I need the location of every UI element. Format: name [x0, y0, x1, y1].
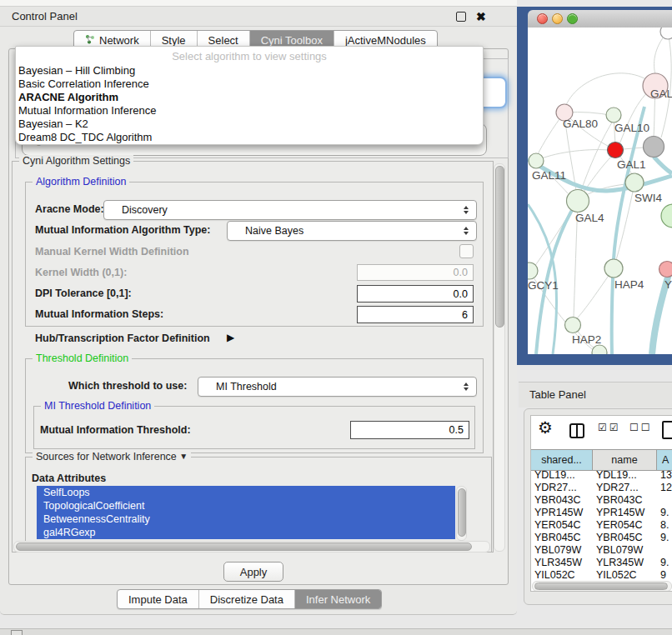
sources-title: Sources for Network Inference ▼	[33, 451, 191, 462]
cell: YPR145W	[593, 507, 657, 519]
node-swi4[interactable]	[625, 173, 644, 192]
list-scrollbar[interactable]	[456, 486, 467, 541]
sources-expand-icon[interactable]: ▼	[179, 452, 188, 461]
top-strip	[0, 0, 517, 7]
dropdown-item[interactable]: Dream8 DC_TDC Algorithm	[18, 131, 477, 144]
aracne-mode-label: Aracne Mode:	[35, 202, 104, 216]
cell: 9.	[657, 532, 672, 544]
mi-type-label: Mutual Information Algorithm Type:	[35, 223, 210, 237]
table-row[interactable]: YBR043CYBR043C	[531, 494, 672, 507]
dropdown-item[interactable]: Mutual Information Inference	[18, 104, 477, 118]
column-header-name[interactable]: name	[593, 450, 657, 470]
mi-steps-field[interactable]: 6	[357, 306, 474, 323]
combo-stepper-icon	[464, 227, 469, 235]
node-hap4[interactable]	[604, 259, 623, 278]
settings-scrollbar-thumb[interactable]	[495, 166, 504, 328]
dropdown-item[interactable]: Basic Correlation Inference	[18, 78, 477, 91]
bottom-corner-icon[interactable]	[11, 630, 23, 635]
columns-icon[interactable]	[569, 423, 584, 438]
tab-discretize-data[interactable]: Discretize Data	[198, 590, 294, 608]
table-hscrollbar[interactable]	[532, 581, 672, 592]
window-zoom-icon[interactable]	[567, 13, 578, 24]
column-header-shared-name[interactable]: shared...	[531, 450, 593, 470]
table-row[interactable]: YDL19...YDL19...13	[531, 469, 672, 482]
cell: 9.	[657, 507, 672, 519]
settings-scrollbar[interactable]	[494, 163, 505, 552]
apply-button[interactable]: Apply	[223, 562, 283, 582]
node-bottom[interactable]	[592, 345, 607, 354]
list-scrollbar-thumb[interactable]	[458, 488, 466, 537]
column-header-partial[interactable]: A	[657, 450, 672, 470]
dropdown-item[interactable]: Bayesian – K2	[18, 118, 477, 131]
mi-type-combobox[interactable]: Naive Bayes	[227, 221, 477, 241]
bottom-strip	[0, 628, 672, 635]
close-icon[interactable]: ✖	[476, 8, 486, 25]
gear-icon[interactable]: ⚙	[538, 418, 553, 438]
manual-kernel-checkbox[interactable]	[459, 244, 474, 258]
dpi-tolerance-label: DPI Tolerance [0,1]:	[35, 287, 132, 300]
hub-definition-label: Hub/Transcription Factor Definition	[35, 332, 210, 345]
deselect-all-checkboxes-icon[interactable]: ☐☐	[629, 422, 653, 433]
settings-hscrollbar[interactable]	[13, 541, 490, 552]
table-row[interactable]: YLR345WYLR345W9.	[531, 557, 672, 569]
manual-kernel-label: Manual Kernel Width Definition	[35, 245, 189, 258]
cell: YER054C	[593, 519, 657, 532]
tab-infer-network[interactable]: Infer Network	[294, 590, 381, 608]
node-gal10[interactable]	[606, 108, 621, 122]
cell: YER054C	[531, 519, 593, 532]
network-window-titlebar[interactable]	[528, 10, 672, 28]
node-pink-right[interactable]	[659, 262, 672, 278]
control-panel-titlebar: Control Panel ✖	[0, 7, 517, 27]
cell: YBR043C	[593, 494, 657, 507]
table-row[interactable]: YBL079WYBL079W	[531, 544, 672, 557]
node-gcy1[interactable]	[528, 262, 538, 279]
list-item-selected[interactable]: SelfLoops	[37, 486, 455, 499]
float-icon[interactable]	[456, 12, 466, 22]
tab-style-label: Style	[162, 34, 186, 47]
cell: YIL052C	[593, 569, 657, 578]
control-panel-title: Control Panel	[12, 7, 78, 26]
aracne-mode-combobox[interactable]: Discovery	[103, 200, 477, 220]
table-row[interactable]: YER054CYER054C8.	[531, 519, 672, 532]
window-minimize-icon[interactable]	[552, 13, 563, 24]
node-unlabeled[interactable]	[660, 28, 672, 39]
node-label: SWI4	[634, 192, 662, 204]
cell: 9.	[657, 557, 672, 569]
dpi-tolerance-field[interactable]: 0.0	[357, 285, 474, 302]
table-row[interactable]: YDR27...YDR27...12	[531, 482, 672, 494]
cell: YPR145W	[531, 507, 593, 519]
mi-threshold-field[interactable]: 0.5	[350, 421, 469, 439]
dropdown-prompt: Select algorithm to view settings	[16, 48, 483, 64]
select-all-checkboxes-icon[interactable]: ☑☑	[598, 422, 621, 433]
table-row[interactable]: YIL052CYIL052C9	[531, 569, 672, 578]
hub-expand-icon[interactable]: ▶	[227, 332, 234, 343]
kernel-width-field: 0.0	[357, 264, 474, 281]
node-label: GAL	[650, 88, 672, 100]
cell: 13	[657, 469, 672, 482]
list-item-selected[interactable]: gal4RGexp	[37, 526, 455, 539]
list-item-selected[interactable]: BetweennessCentrality	[37, 512, 455, 526]
tab-impute-data[interactable]: Impute Data	[118, 590, 198, 608]
table-row[interactable]: YPR145WYPR145W9.	[531, 507, 672, 519]
cell	[657, 544, 672, 557]
network-canvas[interactable]: GAL GAL80 GAL10 GAL1 GAL11 SWI4 GAL4 GCY…	[528, 28, 672, 354]
table-panel: ⚙ ☑☑ ☐☐ shared... name A YDL19...YDL19..…	[530, 415, 672, 592]
dropdown-item[interactable]: Bayesian – Hill Climbing	[18, 64, 477, 78]
combo-stepper-icon	[464, 206, 469, 214]
list-item-selected[interactable]: TopologicalCoefficient	[37, 499, 455, 512]
node-gal4[interactable]	[567, 190, 589, 212]
dropdown-item-selected[interactable]: ARACNE Algorithm	[18, 91, 477, 104]
node-gal1-red[interactable]	[608, 142, 624, 158]
node-gray[interactable]	[644, 137, 664, 158]
node-gal11[interactable]	[529, 153, 544, 168]
which-threshold-combobox[interactable]: MI Threshold	[198, 377, 477, 397]
aracne-mode-value: Discovery	[122, 201, 168, 219]
node-green-right[interactable]	[661, 204, 672, 228]
table-hscrollbar-thumb[interactable]	[534, 582, 668, 590]
node-hap2[interactable]	[565, 318, 581, 333]
table-body: YDL19...YDL19...13 YDR27...YDR27...12 YB…	[531, 469, 672, 578]
settings-hscrollbar-thumb[interactable]	[16, 542, 472, 551]
export-table-icon[interactable]	[662, 421, 672, 439]
table-row[interactable]: YBR045CYBR045C9.	[531, 532, 672, 544]
window-close-icon[interactable]	[537, 13, 548, 24]
